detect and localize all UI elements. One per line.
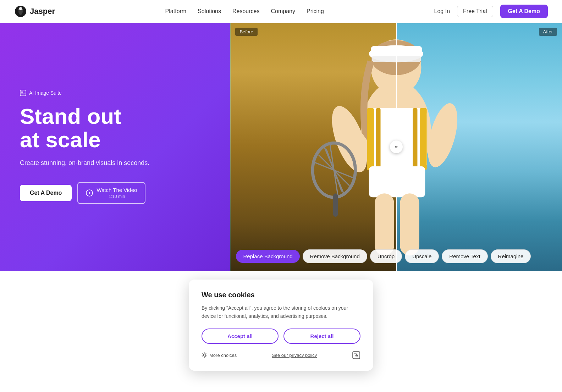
- svg-point-4: [21, 92, 23, 93]
- hero-badge: AI Image Suite: [20, 90, 210, 96]
- nav-links: Platform Solutions Resources Company Pri…: [165, 8, 324, 15]
- pill-upscale[interactable]: Upscale: [405, 249, 439, 263]
- get-demo-nav-button[interactable]: Get A Demo: [500, 5, 548, 18]
- nav-solutions[interactable]: Solutions: [198, 8, 221, 15]
- svg-rect-15: [376, 108, 381, 170]
- cookie-description: By clicking "Accept all", you agree to t…: [202, 304, 360, 320]
- nav-resources[interactable]: Resources: [232, 8, 259, 15]
- after-label: After: [539, 28, 557, 36]
- svg-rect-28: [400, 193, 420, 255]
- hero-right-panel: Before After Replace Background Remove B…: [230, 23, 562, 271]
- cookie-title: We use cookies: [202, 291, 360, 299]
- nav-company[interactable]: Company: [271, 8, 295, 15]
- pill-remove-background[interactable]: Remove Background: [303, 249, 367, 263]
- nav-actions: Log In Free Trial Get A Demo: [434, 5, 548, 18]
- hero-left-panel: AI Image Suite Stand out at scale Create…: [0, 23, 230, 271]
- hero-get-demo-button[interactable]: Get A Demo: [20, 185, 72, 201]
- hero-section: AI Image Suite Stand out at scale Create…: [0, 23, 562, 271]
- badge-label: AI Image Suite: [29, 90, 62, 96]
- pill-uncrop[interactable]: Uncrop: [370, 249, 402, 263]
- nav-pricing[interactable]: Pricing: [307, 8, 324, 15]
- svg-rect-14: [420, 108, 427, 170]
- svg-rect-13: [367, 108, 374, 170]
- hero-title-line2: at scale: [20, 127, 101, 152]
- svg-rect-3: [20, 90, 26, 96]
- svg-line-24: [330, 145, 338, 195]
- login-button[interactable]: Log In: [434, 8, 450, 15]
- pill-replace-background[interactable]: Replace Background: [236, 250, 299, 263]
- logo-text: Jasper: [30, 7, 55, 16]
- pill-reimagine[interactable]: Reimagine: [491, 249, 531, 263]
- svg-rect-25: [334, 193, 338, 217]
- logo[interactable]: Jasper: [14, 5, 55, 18]
- navbar: Jasper Platform Solutions Resources Comp…: [0, 0, 562, 23]
- hero-title-line1: Stand out: [20, 104, 121, 128]
- before-label: Before: [235, 28, 257, 36]
- cookie-banner: We use cookies By clicking "Accept all",…: [189, 280, 373, 320]
- nav-platform[interactable]: Platform: [165, 8, 187, 15]
- video-label: Watch The Video 1:10 min: [97, 187, 137, 199]
- svg-rect-26: [369, 166, 425, 198]
- pill-remove-text[interactable]: Remove Text: [442, 249, 487, 263]
- svg-point-2: [19, 7, 22, 10]
- svg-rect-16: [413, 108, 418, 170]
- before-after-scene: Before After: [230, 23, 562, 271]
- hero-watch-video-button[interactable]: Watch The Video 1:10 min: [77, 182, 145, 204]
- jasper-logo-icon: [14, 5, 27, 18]
- hero-subtitle: Create stunning, on-brand visuals in sec…: [20, 158, 210, 168]
- image-tools-pills: Replace Background Remove Background Unc…: [236, 249, 556, 263]
- slider-arrows-icon: [393, 144, 399, 150]
- play-icon: [86, 189, 93, 197]
- hero-buttons: Get A Demo Watch The Video 1:10 min: [20, 182, 210, 204]
- hero-title: Stand out at scale: [20, 105, 210, 151]
- slider-handle[interactable]: [390, 140, 403, 153]
- free-trial-button[interactable]: Free Trial: [457, 6, 493, 17]
- svg-rect-27: [375, 193, 395, 255]
- image-suite-icon: [20, 90, 26, 96]
